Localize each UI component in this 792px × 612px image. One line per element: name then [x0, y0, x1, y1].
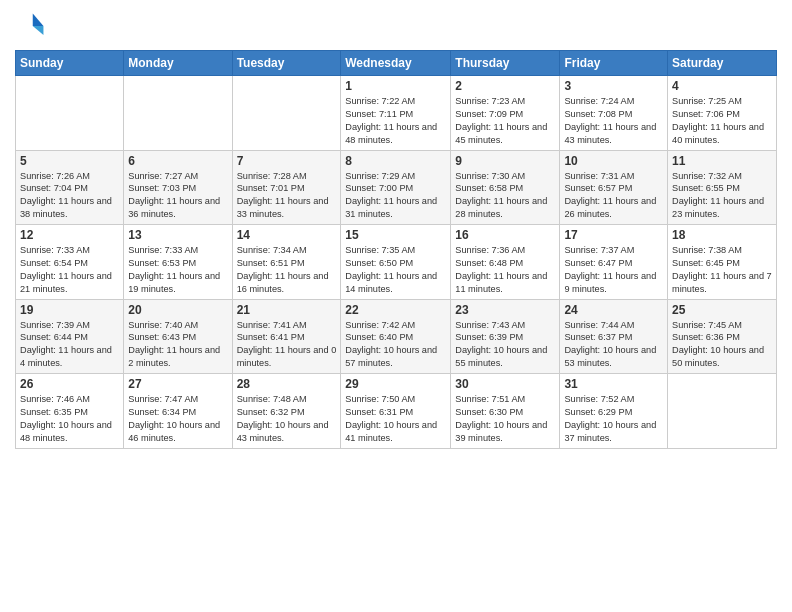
calendar-cell: 25Sunrise: 7:45 AMSunset: 6:36 PMDayligh… [668, 299, 777, 374]
calendar-header-monday: Monday [124, 51, 232, 76]
day-number: 21 [237, 303, 337, 317]
day-info: Sunrise: 7:46 AMSunset: 6:35 PMDaylight:… [20, 393, 119, 445]
calendar-cell: 17Sunrise: 7:37 AMSunset: 6:47 PMDayligh… [560, 225, 668, 300]
day-number: 1 [345, 79, 446, 93]
day-number: 19 [20, 303, 119, 317]
calendar-cell: 22Sunrise: 7:42 AMSunset: 6:40 PMDayligh… [341, 299, 451, 374]
day-info: Sunrise: 7:30 AMSunset: 6:58 PMDaylight:… [455, 170, 555, 222]
calendar-cell [232, 76, 341, 151]
page-container: SundayMondayTuesdayWednesdayThursdayFrid… [0, 0, 792, 612]
svg-marker-0 [33, 14, 44, 26]
day-info: Sunrise: 7:33 AMSunset: 6:53 PMDaylight:… [128, 244, 227, 296]
day-info: Sunrise: 7:33 AMSunset: 6:54 PMDaylight:… [20, 244, 119, 296]
calendar-cell: 18Sunrise: 7:38 AMSunset: 6:45 PMDayligh… [668, 225, 777, 300]
calendar: SundayMondayTuesdayWednesdayThursdayFrid… [15, 50, 777, 449]
calendar-cell: 8Sunrise: 7:29 AMSunset: 7:00 PMDaylight… [341, 150, 451, 225]
calendar-cell: 15Sunrise: 7:35 AMSunset: 6:50 PMDayligh… [341, 225, 451, 300]
day-number: 23 [455, 303, 555, 317]
calendar-cell: 26Sunrise: 7:46 AMSunset: 6:35 PMDayligh… [16, 374, 124, 449]
calendar-cell: 13Sunrise: 7:33 AMSunset: 6:53 PMDayligh… [124, 225, 232, 300]
day-info: Sunrise: 7:31 AMSunset: 6:57 PMDaylight:… [564, 170, 663, 222]
day-number: 31 [564, 377, 663, 391]
day-number: 11 [672, 154, 772, 168]
calendar-cell [124, 76, 232, 151]
calendar-cell: 6Sunrise: 7:27 AMSunset: 7:03 PMDaylight… [124, 150, 232, 225]
day-info: Sunrise: 7:28 AMSunset: 7:01 PMDaylight:… [237, 170, 337, 222]
day-info: Sunrise: 7:52 AMSunset: 6:29 PMDaylight:… [564, 393, 663, 445]
day-number: 9 [455, 154, 555, 168]
calendar-header-wednesday: Wednesday [341, 51, 451, 76]
day-number: 30 [455, 377, 555, 391]
calendar-cell: 1Sunrise: 7:22 AMSunset: 7:11 PMDaylight… [341, 76, 451, 151]
day-number: 15 [345, 228, 446, 242]
day-info: Sunrise: 7:40 AMSunset: 6:43 PMDaylight:… [128, 319, 227, 371]
day-number: 20 [128, 303, 227, 317]
day-number: 10 [564, 154, 663, 168]
day-number: 5 [20, 154, 119, 168]
calendar-cell: 30Sunrise: 7:51 AMSunset: 6:30 PMDayligh… [451, 374, 560, 449]
calendar-cell [16, 76, 124, 151]
day-info: Sunrise: 7:32 AMSunset: 6:55 PMDaylight:… [672, 170, 772, 222]
logo-icon [15, 10, 47, 42]
calendar-cell: 12Sunrise: 7:33 AMSunset: 6:54 PMDayligh… [16, 225, 124, 300]
day-info: Sunrise: 7:41 AMSunset: 6:41 PMDaylight:… [237, 319, 337, 371]
calendar-cell: 27Sunrise: 7:47 AMSunset: 6:34 PMDayligh… [124, 374, 232, 449]
day-info: Sunrise: 7:22 AMSunset: 7:11 PMDaylight:… [345, 95, 446, 147]
day-info: Sunrise: 7:47 AMSunset: 6:34 PMDaylight:… [128, 393, 227, 445]
day-number: 24 [564, 303, 663, 317]
day-number: 12 [20, 228, 119, 242]
calendar-cell: 24Sunrise: 7:44 AMSunset: 6:37 PMDayligh… [560, 299, 668, 374]
day-number: 2 [455, 79, 555, 93]
day-number: 14 [237, 228, 337, 242]
day-info: Sunrise: 7:43 AMSunset: 6:39 PMDaylight:… [455, 319, 555, 371]
day-number: 18 [672, 228, 772, 242]
calendar-cell: 23Sunrise: 7:43 AMSunset: 6:39 PMDayligh… [451, 299, 560, 374]
calendar-cell [668, 374, 777, 449]
header [15, 10, 777, 42]
day-number: 4 [672, 79, 772, 93]
calendar-cell: 19Sunrise: 7:39 AMSunset: 6:44 PMDayligh… [16, 299, 124, 374]
day-number: 7 [237, 154, 337, 168]
calendar-cell: 20Sunrise: 7:40 AMSunset: 6:43 PMDayligh… [124, 299, 232, 374]
day-number: 17 [564, 228, 663, 242]
day-info: Sunrise: 7:38 AMSunset: 6:45 PMDaylight:… [672, 244, 772, 296]
day-info: Sunrise: 7:29 AMSunset: 7:00 PMDaylight:… [345, 170, 446, 222]
day-info: Sunrise: 7:51 AMSunset: 6:30 PMDaylight:… [455, 393, 555, 445]
calendar-cell: 31Sunrise: 7:52 AMSunset: 6:29 PMDayligh… [560, 374, 668, 449]
calendar-cell: 16Sunrise: 7:36 AMSunset: 6:48 PMDayligh… [451, 225, 560, 300]
calendar-cell: 2Sunrise: 7:23 AMSunset: 7:09 PMDaylight… [451, 76, 560, 151]
calendar-header-sunday: Sunday [16, 51, 124, 76]
calendar-week-row: 5Sunrise: 7:26 AMSunset: 7:04 PMDaylight… [16, 150, 777, 225]
day-number: 26 [20, 377, 119, 391]
calendar-week-row: 26Sunrise: 7:46 AMSunset: 6:35 PMDayligh… [16, 374, 777, 449]
calendar-cell: 9Sunrise: 7:30 AMSunset: 6:58 PMDaylight… [451, 150, 560, 225]
day-info: Sunrise: 7:37 AMSunset: 6:47 PMDaylight:… [564, 244, 663, 296]
logo [15, 10, 51, 42]
calendar-cell: 10Sunrise: 7:31 AMSunset: 6:57 PMDayligh… [560, 150, 668, 225]
day-number: 16 [455, 228, 555, 242]
day-info: Sunrise: 7:24 AMSunset: 7:08 PMDaylight:… [564, 95, 663, 147]
day-info: Sunrise: 7:50 AMSunset: 6:31 PMDaylight:… [345, 393, 446, 445]
calendar-cell: 11Sunrise: 7:32 AMSunset: 6:55 PMDayligh… [668, 150, 777, 225]
day-info: Sunrise: 7:34 AMSunset: 6:51 PMDaylight:… [237, 244, 337, 296]
day-info: Sunrise: 7:35 AMSunset: 6:50 PMDaylight:… [345, 244, 446, 296]
calendar-cell: 21Sunrise: 7:41 AMSunset: 6:41 PMDayligh… [232, 299, 341, 374]
calendar-header-thursday: Thursday [451, 51, 560, 76]
svg-marker-1 [33, 26, 44, 35]
day-info: Sunrise: 7:42 AMSunset: 6:40 PMDaylight:… [345, 319, 446, 371]
calendar-cell: 5Sunrise: 7:26 AMSunset: 7:04 PMDaylight… [16, 150, 124, 225]
day-info: Sunrise: 7:27 AMSunset: 7:03 PMDaylight:… [128, 170, 227, 222]
calendar-cell: 7Sunrise: 7:28 AMSunset: 7:01 PMDaylight… [232, 150, 341, 225]
calendar-header-tuesday: Tuesday [232, 51, 341, 76]
calendar-week-row: 1Sunrise: 7:22 AMSunset: 7:11 PMDaylight… [16, 76, 777, 151]
day-number: 28 [237, 377, 337, 391]
calendar-header-saturday: Saturday [668, 51, 777, 76]
day-number: 27 [128, 377, 227, 391]
calendar-week-row: 19Sunrise: 7:39 AMSunset: 6:44 PMDayligh… [16, 299, 777, 374]
day-number: 22 [345, 303, 446, 317]
calendar-cell: 28Sunrise: 7:48 AMSunset: 6:32 PMDayligh… [232, 374, 341, 449]
day-info: Sunrise: 7:26 AMSunset: 7:04 PMDaylight:… [20, 170, 119, 222]
day-number: 6 [128, 154, 227, 168]
day-info: Sunrise: 7:25 AMSunset: 7:06 PMDaylight:… [672, 95, 772, 147]
calendar-cell: 3Sunrise: 7:24 AMSunset: 7:08 PMDaylight… [560, 76, 668, 151]
